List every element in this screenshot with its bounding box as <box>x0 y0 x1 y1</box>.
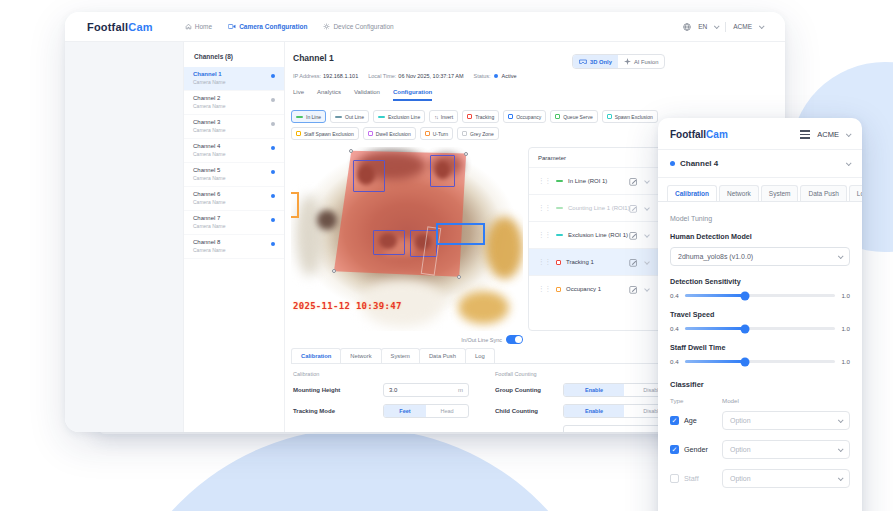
tab-network[interactable]: Network <box>719 185 759 201</box>
line-icon <box>556 180 563 182</box>
edit-icon[interactable] <box>629 231 638 240</box>
tab-network[interactable]: Network <box>340 348 381 363</box>
menu-icon[interactable] <box>800 130 810 138</box>
calibration-column: Calibration Mounting Height 3.0 m Tracki… <box>293 371 471 432</box>
tab-validation[interactable]: Validation <box>354 89 380 101</box>
group-counting-enable[interactable]: Enable <box>564 384 624 396</box>
drag-handle-icon[interactable]: ⋮⋮ <box>538 286 551 293</box>
channel-subtitle: Camera Name <box>193 247 275 253</box>
tool-grey-zone[interactable]: Grey Zone <box>457 127 499 140</box>
sidebar-item-channel-7[interactable]: Channel 7 Camera Name <box>184 211 284 235</box>
human-detection-model-select[interactable]: 2dhuma_yolo8s (v1.0.0) <box>670 247 850 266</box>
tracking-head-option[interactable]: Head <box>426 405 468 417</box>
child-counting-enable[interactable]: Enable <box>564 405 624 417</box>
tab-system[interactable]: System <box>761 185 799 201</box>
sidebar-item-channel-3[interactable]: Channel 3 Camera Name <box>184 115 284 139</box>
tab-log[interactable]: Log <box>465 348 495 363</box>
slider-knob[interactable] <box>740 291 749 300</box>
globe-icon <box>683 23 691 31</box>
chevron-down-icon[interactable] <box>644 259 650 265</box>
chevron-down-icon <box>838 446 844 452</box>
tab-data-push[interactable]: Data Push <box>800 185 846 201</box>
tool-dwell-exclusion[interactable]: Dwell Exclusion <box>363 127 416 140</box>
tool-out-line[interactable]: Out Line <box>330 110 369 123</box>
gear-icon <box>323 23 330 30</box>
edit-icon[interactable] <box>629 204 638 213</box>
drag-handle-icon[interactable]: ⋮⋮ <box>538 205 551 212</box>
tool-invert[interactable]: Invert <box>429 110 458 123</box>
tab-calibration[interactable]: Calibration <box>667 185 717 201</box>
tool-in-line[interactable]: In Line <box>291 110 326 123</box>
edit-icon[interactable] <box>629 177 638 186</box>
tool-queue-serve[interactable]: Queue Serve <box>550 110 597 123</box>
mode-3d-only-button[interactable]: 3D Only <box>573 55 618 68</box>
mounting-height-input[interactable]: 3.0 m <box>383 383 469 397</box>
tab-data-push[interactable]: Data Push <box>419 348 466 363</box>
chevron-down-icon[interactable] <box>644 178 650 184</box>
tab-analytics[interactable]: Analytics <box>317 89 341 101</box>
language-selector[interactable]: EN <box>698 23 707 30</box>
channel-name: Channel 1 <box>193 71 275 77</box>
tab-configuration[interactable]: Configuration <box>393 89 432 101</box>
classifier-row-gender: ✓ Gender Option <box>670 440 850 459</box>
sidebar-item-channel-4[interactable]: Channel 4 Camera Name <box>184 139 284 163</box>
sidebar-item-channel-1[interactable]: Channel 1 Camera Name <box>184 67 284 91</box>
staff-checkbox[interactable]: ✓ <box>670 474 679 483</box>
camera-feed[interactable]: 2025-11-12 10:39:47 <box>291 147 523 331</box>
channel-name: Channel 6 <box>193 191 275 197</box>
zone-handle[interactable] <box>457 275 461 279</box>
zone-handle[interactable] <box>332 269 336 273</box>
nav-camera-configuration-label: Camera Configuration <box>239 23 307 30</box>
slider-min: 0.4 <box>670 358 679 365</box>
nav-device-configuration[interactable]: Device Configuration <box>323 23 393 30</box>
sidebar-item-channel-8[interactable]: Channel 8 Camera Name <box>184 235 284 259</box>
chevron-down-icon[interactable] <box>644 232 650 238</box>
tool-u-turn[interactable]: U-Turn <box>420 127 453 140</box>
account-selector[interactable]: ACME <box>817 130 839 139</box>
slider-max: 1.0 <box>841 325 850 332</box>
account-selector[interactable]: ACME <box>733 23 752 30</box>
gender-checkbox[interactable]: ✓ <box>670 445 679 454</box>
age-checkbox[interactable]: ✓ <box>670 416 679 425</box>
drag-handle-icon[interactable]: ⋮⋮ <box>538 178 551 185</box>
child-counting-label: Child Counting <box>495 408 563 414</box>
drag-handle-icon[interactable]: ⋮⋮ <box>538 232 551 239</box>
tab-system[interactable]: System <box>381 348 420 363</box>
nav-camera-configuration[interactable]: Camera Configuration <box>228 23 307 30</box>
mode-ai-fusion-button[interactable]: AI Fusion <box>618 55 665 68</box>
chevron-down-icon[interactable] <box>644 205 650 211</box>
zone-handle[interactable] <box>349 149 353 153</box>
box-icon <box>368 131 373 136</box>
sidebar-item-channel-6[interactable]: Channel 6 Camera Name <box>184 187 284 211</box>
channel-name: Channel 4 <box>193 143 275 149</box>
channel-selector[interactable]: Channel 4 <box>658 150 862 178</box>
classifier-row-staff: ✓ Staff Option <box>670 469 850 488</box>
tool-exclusion-line[interactable]: Exclusion Line <box>373 110 425 123</box>
zone-handle[interactable] <box>464 152 468 156</box>
staff-model-select[interactable]: Option <box>722 469 850 488</box>
tool-spawn-exclusion[interactable]: Spawn Exclusion <box>602 110 658 123</box>
logo-text-accent: Cam <box>128 21 152 33</box>
age-model-select[interactable]: Option <box>722 411 850 430</box>
gender-model-select[interactable]: Option <box>722 440 850 459</box>
nav-home[interactable]: Home <box>185 23 212 30</box>
sidebar-item-channel-2[interactable]: Channel 2 Camera Name <box>184 91 284 115</box>
tracking-feet-option[interactable]: Feet <box>384 405 426 417</box>
sidebar-item-channel-5[interactable]: Channel 5 Camera Name <box>184 163 284 187</box>
drag-handle-icon[interactable]: ⋮⋮ <box>538 259 551 266</box>
slider-knob[interactable] <box>740 324 749 333</box>
tab-log[interactable]: Log <box>849 185 862 201</box>
chevron-down-icon[interactable] <box>644 286 650 292</box>
slider-knob[interactable] <box>740 357 749 366</box>
edit-icon[interactable] <box>629 258 638 267</box>
tool-occupancy[interactable]: Occupancy <box>503 110 546 123</box>
mounting-height-label: Mounting Height <box>293 387 383 393</box>
edit-icon[interactable] <box>629 285 638 294</box>
sync-toggle[interactable] <box>506 335 523 344</box>
tab-calibration[interactable]: Calibration <box>291 348 341 363</box>
occupancy-bounding-box <box>436 223 485 245</box>
tab-live[interactable]: Live <box>293 89 304 101</box>
tool-tracking[interactable]: Tracking <box>462 110 499 123</box>
left-rail <box>65 42 183 432</box>
tool-staff-spawn-exclusion[interactable]: Staff Spawn Exclusion <box>291 127 359 140</box>
